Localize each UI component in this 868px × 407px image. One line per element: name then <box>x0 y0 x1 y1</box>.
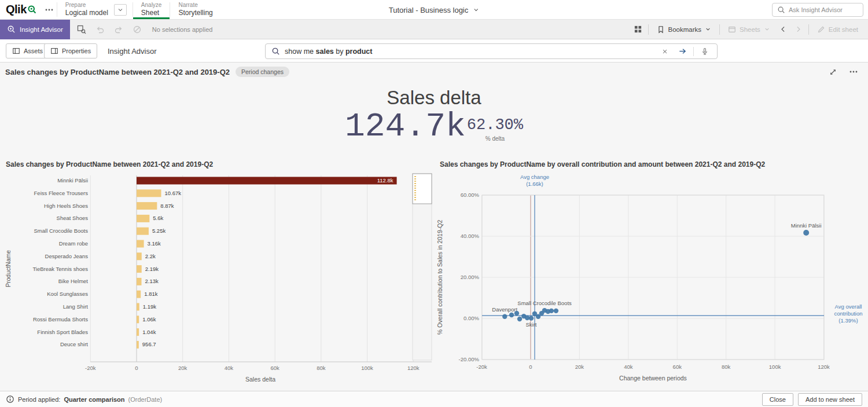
previous-sheet-button[interactable] <box>777 23 790 36</box>
pencil-icon <box>817 25 825 34</box>
next-sheet-button[interactable] <box>792 23 806 36</box>
svg-text:2.13k: 2.13k <box>145 278 158 284</box>
svg-text:5.6k: 5.6k <box>153 215 163 221</box>
svg-text:Feiss Fleece Trousers: Feiss Fleece Trousers <box>34 190 89 196</box>
svg-text:Rossi Bermuda Shorts: Rossi Bermuda Shorts <box>33 316 88 322</box>
grid-icon <box>634 25 642 34</box>
insight-results-area: Sales changes by ProductName between 202… <box>0 63 868 391</box>
no-selections-label: No selections applied <box>152 26 213 33</box>
insight-advisor-bar: Assets Properties Insight Advisor show m… <box>0 39 868 63</box>
close-button[interactable]: Close <box>762 393 793 406</box>
result-header-actions <box>826 67 860 76</box>
step-back-button[interactable] <box>93 23 107 36</box>
undo-icon <box>95 25 105 34</box>
divider <box>648 24 649 35</box>
svg-text:Avg overall: Avg overall <box>835 303 862 310</box>
nav-prepare-caption: Prepare <box>65 2 108 9</box>
svg-text:0.00%: 0.00% <box>464 315 479 321</box>
svg-text:120k: 120k <box>407 365 420 371</box>
svg-text:Minnki Pälsii: Minnki Pälsii <box>57 177 88 184</box>
nav-analyze[interactable]: Analyze Sheet <box>133 0 170 19</box>
result-more-menu-button[interactable] <box>847 67 860 76</box>
global-menu-button[interactable] <box>42 0 57 19</box>
bookmarks-button[interactable]: Bookmarks <box>652 22 717 37</box>
period-changes-badge: Period changes <box>236 67 289 77</box>
svg-text:8.87k: 8.87k <box>160 203 174 209</box>
nav-prepare[interactable]: Prepare Logical model <box>57 0 116 19</box>
insight-advisor-title: Insight Advisor <box>108 39 157 63</box>
voice-input-button[interactable] <box>698 45 711 58</box>
clear-query-button[interactable] <box>659 45 671 58</box>
collapse-expand-button[interactable] <box>826 68 839 76</box>
scatter-chart[interactable]: -20k020k40k60k80k100k120k-20.00%0.00%20.… <box>434 171 868 388</box>
svg-text:10.67k: 10.67k <box>165 190 182 196</box>
svg-text:Finnish Sport Blades: Finnish Sport Blades <box>37 329 88 335</box>
svg-text:40.00%: 40.00% <box>461 233 480 239</box>
svg-text:Sales delta: Sales delta <box>245 376 275 383</box>
search-icon <box>271 47 280 56</box>
assets-button[interactable]: Assets <box>6 43 49 58</box>
svg-text:100k: 100k <box>769 364 781 370</box>
selections-search-icon <box>77 25 86 34</box>
svg-text:80k: 80k <box>317 365 326 371</box>
add-to-new-sheet-button[interactable]: Add to new sheet <box>798 393 862 406</box>
nav-narrate[interactable]: Narrate Storytelling <box>170 0 220 19</box>
more-horizontal-icon <box>45 5 54 14</box>
nav-analyze-caption: Analyze <box>141 2 162 9</box>
svg-text:Deuce shirt: Deuce shirt <box>60 341 88 347</box>
svg-text:20.00%: 20.00% <box>461 274 480 280</box>
insight-advisor-label: Insight Advisor <box>20 26 63 33</box>
insight-advisor-icon <box>7 25 16 34</box>
top-bar: Qlik Prepare Logical model Analyze Sheet… <box>0 0 868 20</box>
svg-text:% Overall contribution to Sale: % Overall contribution to Sales in 2019-… <box>436 220 443 335</box>
svg-text:20k: 20k <box>575 364 584 370</box>
app-title-dropdown[interactable]: Tutorial - Business logic <box>389 0 480 20</box>
svg-text:-20k: -20k <box>85 365 96 371</box>
info-icon <box>6 395 14 404</box>
svg-text:0: 0 <box>135 365 138 371</box>
sheets-button[interactable]: Sheets <box>723 22 775 37</box>
svg-text:Small Crocodile Boots: Small Crocodile Boots <box>517 300 572 306</box>
step-forward-button[interactable] <box>112 23 126 36</box>
kpi-title: Sales delta <box>0 87 868 109</box>
insight-advisor-toggle-button[interactable]: Insight Advisor <box>0 20 70 39</box>
clear-selections-button[interactable] <box>130 23 144 36</box>
svg-text:Sheat Shoes: Sheat Shoes <box>57 215 89 221</box>
svg-text:112.8k: 112.8k <box>377 177 393 184</box>
kpi-delta-label: % delta <box>486 135 505 142</box>
qlik-logo[interactable]: Qlik <box>0 0 42 19</box>
svg-text:40k: 40k <box>624 364 633 370</box>
svg-text:60k: 60k <box>673 364 682 370</box>
bookmarks-label: Bookmarks <box>668 26 702 33</box>
chevron-down-icon <box>764 26 770 32</box>
svg-text:Small Crocodile Boots: Small Crocodile Boots <box>34 228 89 234</box>
svg-text:0: 0 <box>529 364 532 370</box>
sheets-label: Sheets <box>740 26 760 33</box>
toolbar-right-group: Bookmarks Sheets Edit sheet <box>631 20 868 39</box>
chevron-down-icon <box>472 6 479 13</box>
period-applied-label: Period applied: <box>18 396 60 403</box>
svg-text:High Heels Shoes: High Heels Shoes <box>44 203 88 209</box>
insight-search-box[interactable]: show me sales by product <box>265 43 718 59</box>
submit-query-button[interactable] <box>676 45 689 58</box>
edit-sheet-button[interactable]: Edit sheet <box>812 22 863 37</box>
ask-insight-advisor-search[interactable]: Ask Insight Advisor <box>772 3 863 17</box>
svg-text:Kool Sunglasses: Kool Sunglasses <box>47 291 88 297</box>
svg-text:20k: 20k <box>178 365 187 371</box>
selections-tool-button[interactable] <box>75 23 89 36</box>
insight-query-input[interactable]: show me sales by product <box>285 47 654 56</box>
search-placeholder: Ask Insight Advisor <box>789 6 843 13</box>
properties-button[interactable]: Properties <box>44 43 97 58</box>
assets-label: Assets <box>24 47 43 54</box>
arrow-right-icon <box>678 47 687 56</box>
svg-text:Avg change: Avg change <box>520 174 549 180</box>
svg-text:Dream robe: Dream robe <box>59 240 88 247</box>
svg-text:2.19k: 2.19k <box>145 266 159 272</box>
bar-chart[interactable]: -20k020k40k60k80k100k120kMinnki Pälsii11… <box>0 171 434 388</box>
app-overview-button[interactable] <box>631 23 645 36</box>
svg-text:TieBreak Tennis shoes: TieBreak Tennis shoes <box>32 266 88 272</box>
period-field: (OrderDate) <box>128 396 163 403</box>
svg-text:1.19k: 1.19k <box>143 303 156 310</box>
kpi-sales-delta[interactable]: Sales delta 124.7k 62.30% % delta <box>0 87 868 142</box>
nav-prepare-label: Logical model <box>65 9 108 17</box>
